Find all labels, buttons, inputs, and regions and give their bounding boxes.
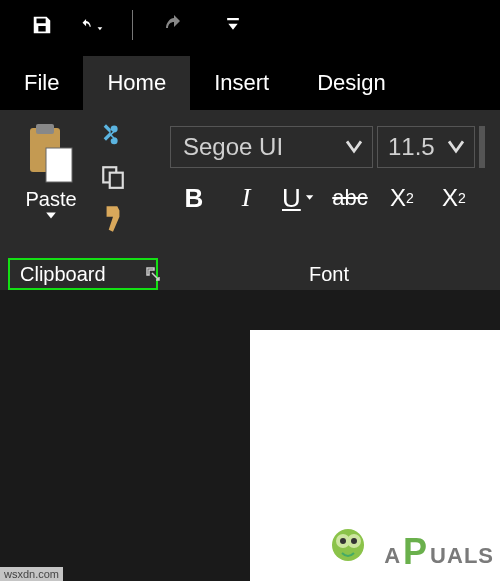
logo-mascot-icon — [326, 523, 370, 571]
subscript-button[interactable]: X2 — [386, 182, 418, 214]
chevron-down-icon — [336, 140, 372, 154]
copy-icon[interactable] — [100, 164, 126, 194]
svg-rect-1 — [36, 124, 54, 134]
separator — [132, 10, 133, 40]
undo-icon[interactable] — [79, 13, 103, 37]
font-size-dropdown[interactable]: 11.5 — [377, 126, 475, 168]
tab-insert[interactable]: Insert — [190, 56, 293, 110]
svg-point-9 — [340, 538, 346, 544]
ribbon: Paste Clipboard — [0, 110, 500, 290]
quick-access-toolbar — [0, 0, 500, 50]
font-size-value: 11.5 — [378, 133, 438, 161]
superscript-button[interactable]: X2 — [438, 182, 470, 214]
paste-icon — [24, 122, 78, 186]
format-painter-icon[interactable] — [100, 204, 126, 238]
svg-rect-5 — [110, 173, 123, 188]
font-group: Segoe UI 11.5 B I U — [158, 118, 500, 290]
tab-design[interactable]: Design — [293, 56, 409, 110]
save-icon[interactable] — [30, 13, 54, 37]
font-group-label: Font — [309, 263, 349, 286]
font-footer: Font — [158, 258, 500, 290]
paste-button[interactable]: Paste — [16, 122, 86, 221]
clipboard-group: Paste Clipboard — [8, 118, 158, 290]
font-name-value: Segoe UI — [171, 133, 336, 161]
tab-file[interactable]: File — [0, 56, 83, 110]
underline-button[interactable]: U — [282, 182, 314, 214]
bold-button[interactable]: B — [178, 182, 210, 214]
customize-dropdown-icon[interactable] — [221, 13, 245, 37]
overflow-edge — [479, 126, 485, 168]
chevron-down-icon — [438, 140, 474, 154]
paste-label: Paste — [25, 188, 76, 211]
italic-button[interactable]: I — [230, 182, 262, 214]
clipboard-footer: Clipboard — [8, 258, 158, 290]
watermark-text: A P UALS — [384, 531, 494, 569]
font-name-dropdown[interactable]: Segoe UI — [170, 126, 373, 168]
redo-icon[interactable] — [162, 13, 186, 37]
svg-rect-2 — [46, 148, 72, 182]
tab-home[interactable]: Home — [83, 56, 190, 110]
cut-icon[interactable] — [99, 122, 127, 154]
svg-point-10 — [351, 538, 357, 544]
strikethrough-button[interactable]: abc — [334, 182, 366, 214]
paste-dropdown-icon[interactable] — [45, 211, 57, 221]
clipboard-group-label: Clipboard — [20, 263, 106, 286]
chevron-down-icon — [305, 194, 314, 202]
source-attribution: wsxdn.com — [0, 567, 63, 581]
ribbon-tabs: File Home Insert Design — [0, 50, 500, 110]
